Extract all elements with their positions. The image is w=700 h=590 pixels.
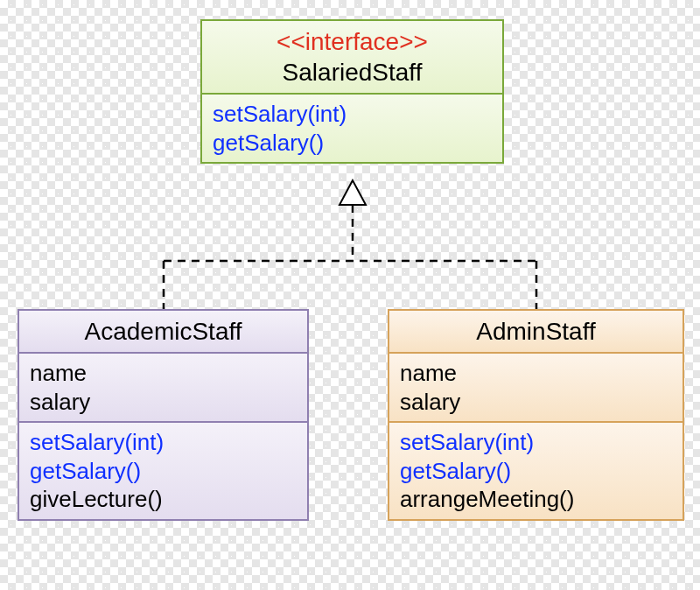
- academic-class-box: AcademicStaff name salary setSalary(int)…: [18, 309, 309, 521]
- admin-attribute: name: [400, 359, 672, 388]
- interface-method: getSalary(): [213, 129, 492, 158]
- academic-attribute: name: [30, 359, 297, 388]
- interface-methods-compartment: setSalary(int) getSalary(): [202, 95, 502, 162]
- interface-title-compartment: <<interface>> SalariedStaff: [202, 21, 502, 95]
- academic-name: AcademicStaff: [30, 316, 297, 347]
- academic-method: giveLecture(): [30, 485, 297, 514]
- academic-methods-compartment: setSalary(int) getSalary() giveLecture(): [19, 423, 307, 519]
- academic-title-compartment: AcademicStaff: [19, 311, 307, 354]
- admin-method: arrangeMeeting(): [400, 485, 672, 514]
- admin-method: getSalary(): [400, 457, 672, 486]
- interface-name: SalariedStaff: [213, 57, 492, 88]
- admin-method: setSalary(int): [400, 428, 672, 457]
- svg-marker-0: [340, 180, 366, 205]
- interface-stereotype: <<interface>>: [213, 26, 492, 57]
- admin-methods-compartment: setSalary(int) getSalary() arrangeMeetin…: [389, 423, 682, 519]
- admin-attributes-compartment: name salary: [389, 354, 682, 423]
- academic-method: getSalary(): [30, 457, 297, 486]
- admin-title-compartment: AdminStaff: [389, 311, 682, 354]
- interface-method: setSalary(int): [213, 100, 492, 129]
- interface-class-box: <<interface>> SalariedStaff setSalary(in…: [200, 19, 504, 164]
- academic-attribute: salary: [30, 388, 297, 417]
- academic-attributes-compartment: name salary: [19, 354, 307, 423]
- academic-method: setSalary(int): [30, 428, 297, 457]
- admin-attribute: salary: [400, 388, 672, 417]
- uml-diagram: <<interface>> SalariedStaff setSalary(in…: [0, 0, 700, 590]
- admin-name: AdminStaff: [400, 316, 672, 347]
- admin-class-box: AdminStaff name salary setSalary(int) ge…: [388, 309, 684, 521]
